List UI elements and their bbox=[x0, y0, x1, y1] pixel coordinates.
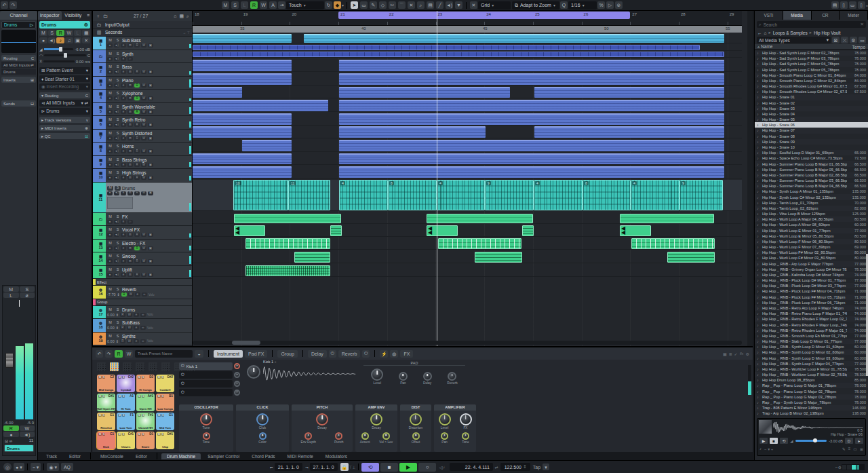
mute-button[interactable]: M bbox=[107, 170, 113, 175]
edit-channel-icon[interactable]: e bbox=[134, 313, 139, 317]
record-enable-icon[interactable]: ● bbox=[107, 43, 113, 48]
event[interactable]: 8 bbox=[583, 180, 631, 210]
pad-knob-pan[interactable]: Pan bbox=[399, 372, 408, 385]
play-button[interactable]: ▶ bbox=[399, 463, 417, 472]
pad-solo-chip[interactable]: S bbox=[142, 376, 144, 379]
delay-tab[interactable]: Delay bbox=[308, 350, 327, 358]
mute-button[interactable]: M bbox=[107, 307, 113, 312]
tab-mixconsole[interactable]: MixConsole bbox=[95, 453, 129, 459]
group-tab[interactable]: Group bbox=[277, 350, 297, 358]
slot-power-icon[interactable]: ⏻ bbox=[181, 364, 184, 368]
drum-editor-icon[interactable]: ⊞ bbox=[127, 123, 133, 127]
edit-channel-icon[interactable]: e bbox=[135, 292, 140, 297]
record-icon[interactable]: ● bbox=[107, 57, 113, 61]
event[interactable]: 8 bbox=[388, 180, 437, 210]
knob-decay[interactable]: Decay bbox=[370, 413, 382, 430]
pattern-slot[interactable] bbox=[149, 362, 157, 371]
expand-icon[interactable]: ▭ bbox=[859, 37, 866, 43]
pattern-slot[interactable] bbox=[123, 362, 132, 371]
settings-icon[interactable]: ⚙ bbox=[850, 37, 857, 43]
pattern-slot[interactable] bbox=[136, 362, 144, 371]
tab-chord-pads[interactable]: Chord Pads bbox=[246, 453, 280, 459]
pad-solo-chip[interactable]: S bbox=[142, 414, 144, 417]
event[interactable] bbox=[339, 73, 724, 85]
event[interactable]: 9 bbox=[679, 180, 723, 210]
pad-mute-chip[interactable]: M bbox=[118, 395, 121, 398]
tab-sampler-control[interactable]: Sampler Control bbox=[202, 453, 245, 459]
io-channel-row[interactable]: 🗀 Input/Output bbox=[93, 21, 192, 29]
phase-button[interactable]: ø bbox=[20, 292, 35, 298]
media-row[interactable]: ♪Hip Hop - Wurli Loop F# Minor 02_80.5bp… bbox=[755, 250, 868, 255]
synth-wavetable-lane[interactable] bbox=[193, 100, 742, 112]
knob-fx[interactable]: FX bbox=[460, 413, 472, 430]
edit-channel-icon[interactable]: e bbox=[121, 136, 126, 140]
breadcrumb-loops[interactable]: Loops & Samples bbox=[773, 31, 808, 35]
tab-modulators[interactable]: Modulators bbox=[320, 453, 353, 459]
synth-retro-lane[interactable] bbox=[193, 113, 742, 126]
pad-mute-chip[interactable]: M bbox=[157, 433, 161, 436]
write-button[interactable]: W bbox=[125, 350, 133, 358]
media-row[interactable]: ♪Hip Hop Drum Loop 08_85bpm85.000 bbox=[755, 377, 868, 383]
event[interactable] bbox=[193, 126, 292, 138]
drum-editor-icon[interactable]: ⊞ bbox=[127, 43, 133, 48]
event[interactable] bbox=[245, 238, 330, 249]
fader-value[interactable]: -6.00 bbox=[4, 421, 14, 425]
lane-icon[interactable]: ▣ bbox=[148, 163, 153, 167]
drum-editor-icon[interactable]: ⊞ bbox=[127, 136, 133, 140]
slot-name[interactable]: ⏻ bbox=[179, 389, 233, 396]
snap-toggle-icon[interactable]: ✕ bbox=[470, 1, 477, 9]
drum-pad-cymbal[interactable]: MSC#2Cymbal bbox=[117, 375, 135, 392]
inspector-routing-header[interactable]: ▾ RoutingC bbox=[39, 92, 90, 98]
audition-icon[interactable]: ▷ bbox=[606, 1, 614, 9]
drum-pad-rimshot[interactable]: MSE1Rimshot bbox=[97, 413, 115, 430]
write-button[interactable]: W bbox=[127, 313, 132, 317]
monitor-icon[interactable]: ◄) bbox=[114, 43, 119, 48]
track-row[interactable]: ▦3MSPiano●◄)e⊞RW▣ bbox=[93, 77, 192, 90]
slot-name[interactable]: ⏻ bbox=[179, 380, 233, 387]
write-button[interactable]: W bbox=[141, 176, 146, 180]
pad-solo-chip[interactable]: S bbox=[102, 395, 105, 398]
pad-solo-chip[interactable]: S bbox=[102, 433, 105, 436]
reverb-tab[interactable]: Reverb bbox=[338, 350, 361, 358]
redo-icon[interactable]: ↷ bbox=[9, 1, 17, 9]
edit-channel-icon[interactable]: e bbox=[121, 96, 126, 100]
fx-tab[interactable]: FX bbox=[400, 350, 413, 358]
input-routing-select[interactable]: ⊲ All MIDI Inputs▾ ⇄ bbox=[39, 100, 90, 107]
delay-value[interactable]: 0.00 ms bbox=[76, 60, 90, 64]
track-row[interactable]: ▦4MSXylophone●◄)e⊞RW▣ bbox=[93, 90, 192, 103]
solo-button[interactable]: S bbox=[115, 78, 121, 83]
media-row[interactable]: ♪Hip Hop - Snare 01 bbox=[755, 94, 868, 100]
drum-editor-icon[interactable]: ⊞ bbox=[127, 163, 133, 167]
solo-button[interactable]: S bbox=[115, 144, 121, 149]
right-tab-media[interactable]: Media bbox=[783, 11, 812, 20]
horizontal-scrollbar[interactable] bbox=[193, 341, 742, 345]
gain-value[interactable]: -7.70 bbox=[107, 292, 116, 297]
channel-inserts-header[interactable]: Inserts⊞ bbox=[1, 77, 36, 83]
right-locator-field[interactable]: 27. 1. 1. 0 bbox=[310, 463, 338, 471]
lane-icon[interactable]: ▣ bbox=[148, 83, 153, 88]
tool-comp-icon[interactable]: ▤ bbox=[427, 1, 434, 9]
media-row[interactable]: ♪Hip Hop - Smooth Rhodes Loop G# Minor 0… bbox=[755, 83, 868, 89]
quantize-preset-select[interactable]: 1/16▾ bbox=[568, 1, 597, 10]
lane-icon[interactable]: ▣ bbox=[148, 246, 153, 250]
inspector-r-button[interactable]: R bbox=[56, 30, 64, 36]
track-row[interactable]: ◍18MSSubBass0.00⇕RWe∞Volu bbox=[93, 319, 192, 333]
drum-editor-icon[interactable]: ⊞ bbox=[127, 110, 133, 114]
events-icon[interactable]: ♫ bbox=[65, 37, 73, 43]
write-button[interactable]: W bbox=[141, 136, 146, 140]
media-row[interactable]: ♪Hip Hop - Snare 03 bbox=[755, 106, 868, 111]
record-enable-icon[interactable]: ● bbox=[107, 136, 113, 140]
mute-button[interactable]: M bbox=[107, 334, 113, 339]
knob-tone[interactable]: Tone bbox=[462, 432, 469, 444]
media-search-box[interactable]: ⌕ Search ✕ bbox=[757, 21, 866, 28]
media-row[interactable]: ♪Hip Hop - Sad Synth Loop F Minor 03_78b… bbox=[755, 56, 868, 61]
mute-button[interactable]: M bbox=[107, 144, 113, 149]
pad-solo-chip[interactable]: S bbox=[122, 395, 125, 398]
event[interactable]: 11 bbox=[288, 180, 330, 210]
event[interactable] bbox=[339, 87, 510, 98]
event[interactable] bbox=[339, 113, 724, 125]
pad-solo-chip[interactable]: S bbox=[142, 395, 144, 398]
pad-mute-chip[interactable]: M bbox=[157, 395, 161, 398]
media-row[interactable]: ♪Hip Hop - Snare 10 bbox=[755, 145, 868, 150]
insert-bypass-icon[interactable]: ⊡ ∞ bbox=[5, 438, 12, 443]
